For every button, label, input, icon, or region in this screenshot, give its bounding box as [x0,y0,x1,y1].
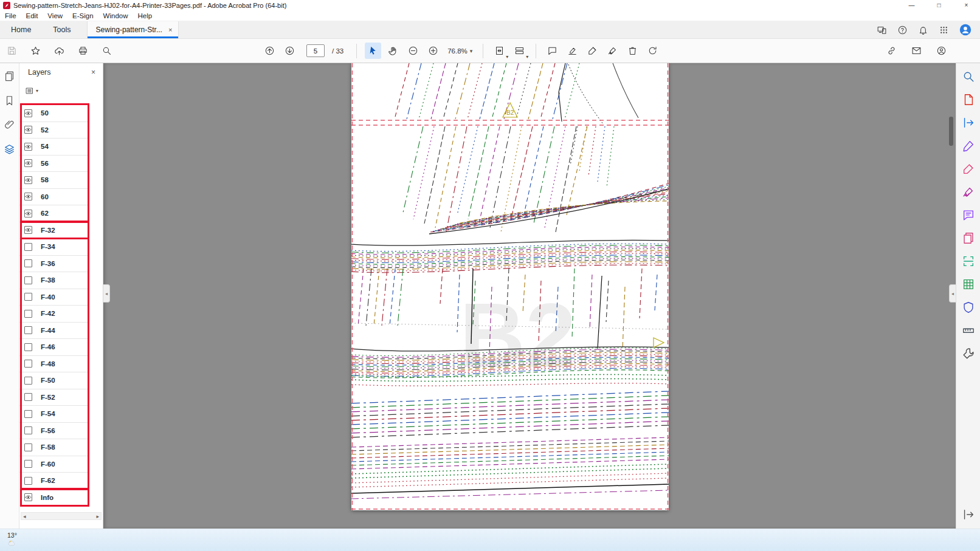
user-avatar[interactable] [959,24,971,36]
create-pdf-icon[interactable] [962,93,975,106]
chevron-down-icon[interactable]: ▾ [36,88,38,94]
layer-row-50[interactable]: 50 [19,105,89,122]
layer-visibility-checkbox[interactable] [24,326,32,334]
tools-tab[interactable]: Tools [42,21,81,38]
layer-row-f-38[interactable]: F-38 [19,272,89,289]
layer-visibility-checkbox[interactable] [24,443,32,451]
layer-visibility-checkbox[interactable] [24,393,32,401]
email-button[interactable] [908,43,925,59]
layer-visibility-checkbox[interactable] [24,493,32,501]
layer-visibility-checkbox[interactable] [24,310,32,318]
scroll-right-icon[interactable]: ▸ [96,513,99,519]
layer-visibility-checkbox[interactable] [24,210,32,217]
layer-visibility-checkbox[interactable] [24,343,32,351]
layer-row-54[interactable]: 54 [19,139,89,156]
current-page-input[interactable]: 5 [306,44,325,57]
layer-row-f-54[interactable]: F-54 [19,406,89,423]
layer-visibility-checkbox[interactable] [24,426,32,434]
layer-visibility-checkbox[interactable] [24,226,32,234]
layer-visibility-checkbox[interactable] [24,126,32,134]
delete-button[interactable] [624,43,641,59]
layer-row-62[interactable]: 62 [19,205,89,222]
layer-row-f-40[interactable]: F-40 [19,289,89,306]
highlight-button[interactable] [564,43,581,59]
apps-grid-icon[interactable] [939,25,949,35]
tab-close-icon[interactable]: × [168,26,172,33]
layer-visibility-checkbox[interactable] [24,477,32,485]
attachments-icon[interactable] [4,119,15,131]
draw-button[interactable] [604,43,621,59]
link-button[interactable] [883,43,900,59]
vertical-scrollbar-thumb[interactable] [949,117,953,146]
fit-width-button[interactable]: ▾ [491,43,508,59]
layer-row-f-46[interactable]: F-46 [19,339,89,356]
save-button[interactable] [4,43,20,59]
layer-row-f-32[interactable]: F-32 [19,222,89,239]
layer-row-f-44[interactable]: F-44 [19,323,89,340]
expand-right-panel-handle[interactable]: ◂ [949,284,956,303]
home-tab[interactable]: Home [0,21,42,38]
layer-row-f-58[interactable]: F-58 [19,439,89,456]
edit-pdf-icon[interactable] [962,139,975,152]
organize-pages-icon[interactable] [962,231,975,245]
layer-row-f-56[interactable]: F-56 [19,423,89,440]
menu-view[interactable]: View [43,11,67,21]
layer-row-f-52[interactable]: F-52 [19,389,89,406]
menu-window[interactable]: Window [98,11,133,21]
layer-row-f-42[interactable]: F-42 [19,306,89,323]
layer-visibility-checkbox[interactable] [24,460,32,468]
layer-visibility-checkbox[interactable] [24,410,32,418]
next-page-button[interactable] [281,43,298,59]
layer-row-56[interactable]: 56 [19,156,89,173]
page-display-button[interactable]: ▾ [511,43,528,59]
layer-visibility-checkbox[interactable] [24,109,32,117]
layer-row-f-36[interactable]: F-36 [19,256,89,273]
export-pdf-icon[interactable] [962,116,975,129]
hand-tool-button[interactable] [385,43,401,59]
collapse-left-panel-handle[interactable]: ◂ [103,284,110,303]
help-icon[interactable] [897,25,908,35]
request-signatures-icon[interactable] [962,162,975,176]
add-comment-button[interactable] [544,43,561,59]
assistant-button[interactable] [933,43,950,59]
favorites-star-button[interactable] [27,43,44,59]
zoom-in-button[interactable] [425,43,441,59]
layer-row-f-62[interactable]: F-62 [19,473,89,490]
layer-visibility-checkbox[interactable] [24,293,32,301]
maximize-button[interactable]: □ [925,0,953,11]
convert-table-icon[interactable] [962,278,975,291]
layer-visibility-checkbox[interactable] [24,243,32,251]
more-tools-icon[interactable] [962,347,975,360]
layer-row-58[interactable]: 58 [19,172,89,189]
layer-visibility-checkbox[interactable] [24,143,32,151]
scroll-left-icon[interactable]: ◂ [23,513,26,519]
print-button[interactable] [75,43,91,59]
layers-icon[interactable] [4,143,15,155]
panel-horizontal-scrollbar[interactable]: ◂ ▸ [21,512,102,520]
bookmarks-icon[interactable] [4,95,15,106]
measure-icon[interactable] [962,324,975,337]
devices-icon[interactable] [877,25,887,35]
search-tools-icon[interactable] [962,70,975,83]
layer-options-button[interactable] [25,86,34,95]
layer-visibility-checkbox[interactable] [24,360,32,368]
document-area[interactable]: B2B2 ◂ ◂ [103,63,956,529]
layer-row-info[interactable]: Info [19,490,89,507]
layer-row-60[interactable]: 60 [19,189,89,206]
menu-edit[interactable]: Edit [21,11,43,21]
scan-ocr-icon[interactable] [962,255,975,268]
find-button[interactable] [98,43,115,59]
zoom-level-dropdown[interactable]: 76.8%▾ [445,47,475,55]
sign-button[interactable] [584,43,601,59]
share-file-icon[interactable] [962,508,975,521]
page-thumbnails-icon[interactable] [4,70,15,82]
protect-icon[interactable] [962,301,975,314]
weather-widget[interactable]: 13° [7,532,17,549]
panel-close-icon[interactable]: × [91,68,95,77]
layer-visibility-checkbox[interactable] [24,159,32,167]
layer-row-f-48[interactable]: F-48 [19,356,89,373]
document-tab[interactable]: Sewing-pattern-Str... × [87,21,179,38]
rotate-page-button[interactable] [644,43,661,59]
close-button[interactable]: × [953,0,980,11]
layer-visibility-checkbox[interactable] [24,377,32,385]
